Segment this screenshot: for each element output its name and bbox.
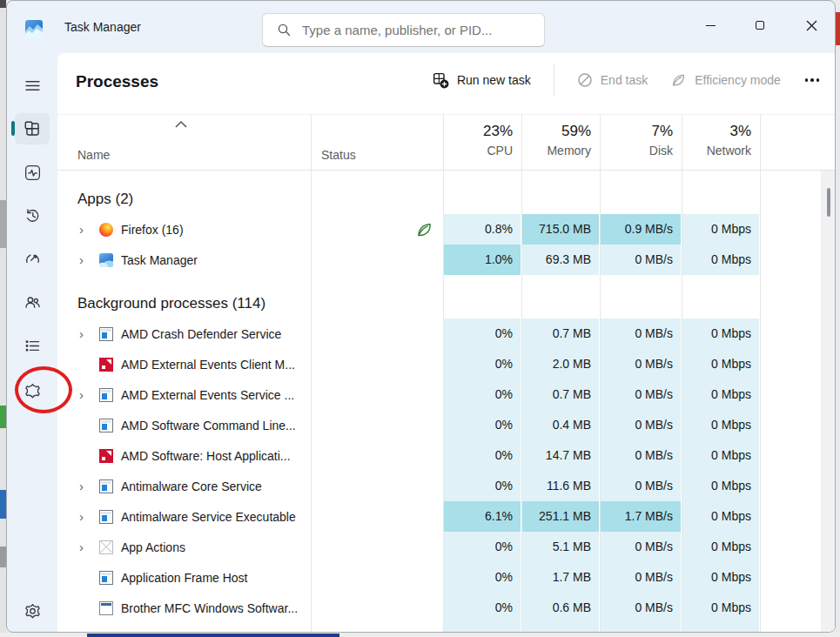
process-row[interactable]: 0%14.7 MB0 MB/s0 MbpsAMD Software: Host … — [57, 440, 821, 471]
process-row[interactable]: 0%2.0 MB0 MB/s0 MbpsAMD External Events … — [57, 349, 821, 379]
scrollbar-thumb[interactable] — [827, 188, 830, 217]
vertical-scrollbar[interactable] — [821, 171, 836, 633]
process-name: AMD Software: Host Applicati... — [121, 449, 291, 463]
column-header-memory[interactable]: 59% Memory — [521, 115, 591, 171]
network-cell: 0 Mbps — [682, 349, 759, 379]
expand-chevron-icon[interactable]: › — [79, 509, 99, 524]
sidebar-item-settings[interactable] — [15, 595, 50, 627]
sidebar-item-details[interactable] — [15, 330, 50, 361]
process-row[interactable]: 1.0%69.3 MB0 MB/s0 Mbps›Task Manager — [57, 245, 821, 275]
search-box[interactable]: Type a name, publisher, or PID... — [262, 13, 545, 47]
background-fragment — [0, 200, 6, 248]
column-header-status[interactable]: Status — [321, 148, 356, 162]
column-header-disk[interactable]: 7% Disk — [600, 115, 673, 171]
sidebar-item-users[interactable] — [15, 286, 50, 318]
process-row[interactable]: 6.1%251.1 MB1.7 MB/s0 Mbps›Antimalware S… — [57, 501, 821, 532]
disk-cell: 0 MB/s — [601, 440, 681, 471]
status-cell — [311, 562, 443, 593]
desktop-background-fragment — [0, 633, 840, 637]
network-column-label: Network — [682, 144, 751, 158]
amd-icon — [99, 449, 113, 463]
column-header-cpu[interactable]: 23% CPU — [443, 115, 513, 171]
disk-cell: 1.7 MB/s — [601, 501, 681, 532]
status-cell — [311, 501, 443, 532]
cpu-cell: 0% — [444, 349, 521, 379]
firefox-icon — [99, 223, 113, 237]
network-total-usage: 3% — [682, 123, 751, 140]
memory-cell: 251.1 MB — [522, 501, 599, 532]
processes-panel: Processes Run new task — [57, 53, 836, 633]
minimize-button[interactable] — [690, 8, 730, 43]
network-cell: 0 Mbps — [682, 410, 759, 440]
name-cell: ›Antimalware Core Service — [57, 471, 311, 501]
expand-chevron-icon[interactable]: › — [79, 540, 99, 554]
process-row[interactable]: 0%1.7 MB0 MB/s0 MbpsApplication Frame Ho… — [57, 562, 821, 593]
process-row[interactable]: 0.1%3.1 MB0 MB/s0 Mbps›BvNCS... (32 bit) — [57, 623, 821, 633]
process-row[interactable]: 0%11.6 MB0 MB/s0 Mbps›Antimalware Core S… — [57, 471, 821, 501]
process-row[interactable]: 0%0.6 MB0 MB/s0 MbpsBrother MFC Windows … — [57, 593, 821, 623]
expand-chevron-icon[interactable]: › — [79, 387, 99, 402]
process-name: AMD Crash Defender Service — [121, 327, 281, 341]
process-name: Antimalware Service Executable — [121, 510, 296, 524]
search-icon — [277, 23, 292, 37]
amd-icon — [99, 358, 113, 372]
expand-chevron-icon[interactable]: › — [79, 631, 99, 633]
selected-indicator — [11, 121, 15, 136]
process-row[interactable]: 0%0.4 MB0 MB/s0 MbpsAMD Software Command… — [57, 410, 821, 440]
cpu-cell: 0% — [444, 410, 521, 440]
expand-chevron-icon[interactable]: › — [79, 479, 99, 493]
sidebar-item-startup-apps[interactable] — [15, 243, 50, 274]
more-options-button[interactable] — [803, 75, 821, 84]
memory-cell: 1.7 MB — [522, 562, 599, 593]
name-cell: ›AMD Crash Defender Service — [57, 318, 311, 349]
maximize-button[interactable] — [740, 8, 780, 43]
expand-chevron-icon[interactable]: › — [79, 326, 99, 341]
process-table-body: Apps (2)0.8%715.0 MB0.9 MB/s0 Mbps›Firef… — [57, 171, 821, 633]
status-cell — [311, 623, 443, 633]
expand-chevron-icon[interactable]: › — [79, 252, 99, 267]
sidebar-item-app-history[interactable] — [15, 199, 50, 231]
memory-column-label: Memory — [521, 144, 591, 158]
memory-cell: 0.7 MB — [522, 379, 599, 410]
screen: Task Manager Type a name, publisher, or … — [0, 0, 840, 637]
sidebar-item-menu[interactable] — [15, 70, 50, 101]
process-row[interactable]: 0%0.7 MB0 MB/s0 Mbps›AMD External Events… — [57, 379, 821, 410]
group-label: Background processes (114) — [77, 295, 265, 312]
process-row[interactable]: 0%5.1 MB0 MB/s0 Mbps›App Actions — [57, 532, 821, 562]
page-title: Processes — [76, 53, 158, 107]
status-cell — [311, 318, 443, 349]
process-name: AMD Software Command Line... — [121, 419, 296, 432]
column-header-network[interactable]: 3% Network — [682, 115, 751, 171]
background-fragment — [836, 12, 840, 45]
status-cell — [311, 379, 443, 410]
sidebar-item-performance[interactable] — [15, 157, 50, 188]
column-header-row: Name Status 23% CPU 59% Memory 7% Disk 3… — [57, 114, 836, 171]
memory-cell: 69.3 MB — [522, 245, 599, 275]
sidebar-item-processes[interactable] — [15, 113, 50, 144]
run-new-task-button[interactable]: Run new task — [433, 72, 531, 89]
name-cell: Application Frame Host — [57, 562, 311, 593]
sidebar-item-services[interactable] — [15, 375, 50, 406]
name-cell: AMD Software: Host Applicati... — [57, 440, 311, 471]
name-cell: ›Firefox (16) — [57, 214, 311, 245]
column-header-name[interactable]: Name — [77, 148, 110, 162]
network-cell: 0 Mbps — [682, 214, 759, 245]
minimize-icon — [706, 25, 716, 26]
process-name: Task Manager — [121, 253, 198, 267]
window-title: Task Manager — [64, 1, 141, 53]
memory-cell: 0.7 MB — [522, 318, 599, 349]
disk-cell: 0 MB/s — [601, 318, 681, 349]
expand-chevron-icon[interactable]: › — [79, 222, 99, 237]
process-row[interactable]: 0.8%715.0 MB0.9 MB/s0 Mbps›Firefox (16) — [57, 214, 821, 245]
close-button[interactable] — [791, 8, 831, 43]
memory-cell: 2.0 MB — [522, 349, 599, 379]
desktop-background-fragment — [0, 0, 6, 637]
process-name: Brother MFC Windows Softwar... — [121, 601, 298, 615]
cpu-cell: 0% — [444, 532, 521, 562]
process-row[interactable]: 0%0.7 MB0 MB/s0 Mbps›AMD Crash Defender … — [57, 318, 821, 349]
cpu-cell: 1.0% — [444, 245, 521, 275]
task-manager-window: Task Manager Type a name, publisher, or … — [6, 0, 836, 633]
efficiency-leaf-icon — [415, 221, 433, 238]
group-header: Background processes (114) — [57, 288, 821, 318]
cpu-cell: 0.1% — [444, 623, 521, 633]
